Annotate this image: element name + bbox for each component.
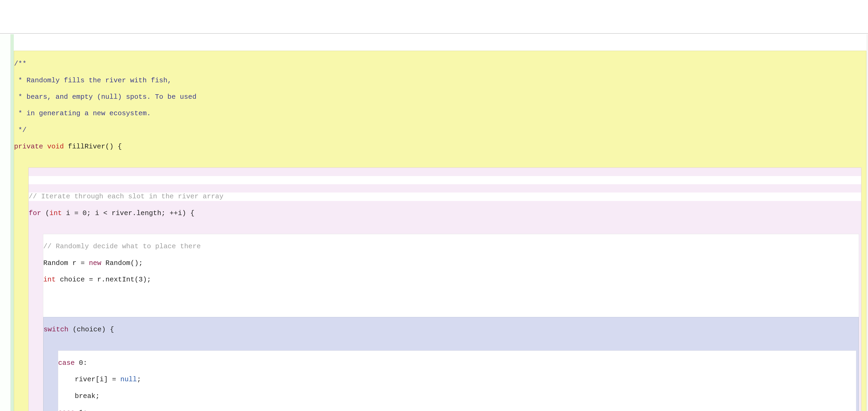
keyword-for: for [29,209,41,217]
code-line: Random r = new Random(); [43,259,859,267]
text: choice = r.nextInt(3); [56,276,151,284]
for-body: // Randomly decide what to place there R… [43,234,859,411]
code-line: int choice = r.nextInt(3); [43,276,859,284]
text: (choice) { [68,325,114,334]
method-block: /** * Randomly fills the river with fish… [14,51,866,411]
switch-body: case 0: river[i] = null; break; case 1: … [58,350,856,411]
comment-line: // Iterate through each slot in the rive… [29,192,861,201]
case-line: case 1: [58,409,856,411]
case-line: case 0: [58,359,856,367]
right-margin [866,34,868,411]
method-signature: private void fillRiver() { [14,143,866,151]
method-name: fillRiver() { [64,143,122,151]
doc-comment-line: * Randomly fills the river with fish, [14,76,866,85]
doc-comment-line: */ [14,126,866,134]
text: Random r = [43,259,89,267]
text: ( [41,209,50,217]
keyword-int: int [43,276,56,284]
text: ; [137,375,141,383]
doc-comment-line: * in generating a new ecosystem. [14,109,866,118]
code-area: /** * Randomly fills the river with fish… [14,34,866,411]
keyword-void: void [47,143,64,151]
keyword-case: case [58,359,74,367]
text: Random(); [101,259,143,267]
keyword-int: int [50,209,62,217]
for-header: for (int i = 0; i < river.length; ++i) { [29,209,861,217]
doc-comment-line: * bears, and empty (null) spots. To be u… [14,93,866,101]
keyword-new: new [89,259,101,267]
blank-line [43,292,859,301]
comment-line: // Randomly decide what to place there [43,243,859,251]
break-line: break; [58,392,856,400]
switch-block: switch (choice) { case 0: river[i] = nul… [43,317,859,411]
keyword-null: null [120,375,137,383]
doc-comment-line: /** [14,60,866,68]
switch-header: switch (choice) { [43,325,859,334]
blank-line [29,176,861,184]
text: river[i] = [58,375,120,383]
text: 0: [74,359,87,367]
keyword-private: private [14,143,43,151]
for-condition: i = 0; i < river.length; ++i) { [62,209,194,217]
code-line: river[i] = null; [58,375,856,384]
change-marker [11,34,14,411]
code-viewer: /** * Randomly fills the river with fish… [0,33,868,411]
keyword-case: case [58,409,74,411]
text: 1: [74,409,87,411]
line-gutter [0,34,11,411]
for-block: // Iterate through each slot in the rive… [28,167,861,411]
keyword-switch: switch [43,325,68,334]
